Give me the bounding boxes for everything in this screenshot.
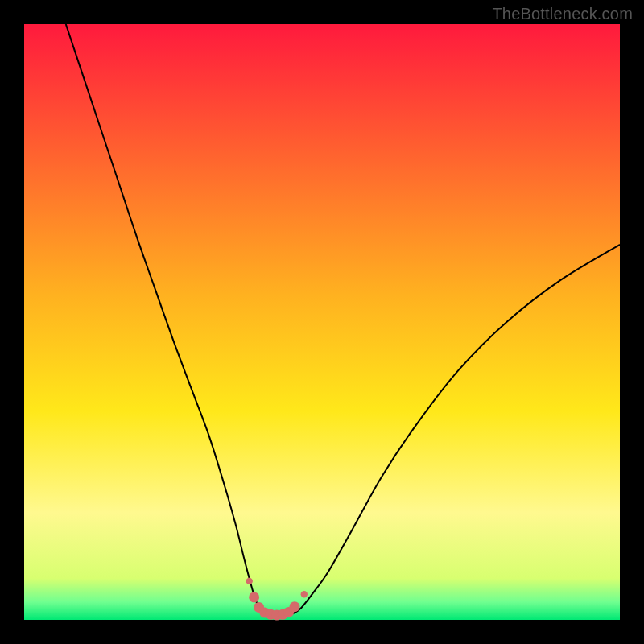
- highlight-marker: [246, 578, 253, 584]
- bottleneck-chart: [0, 0, 644, 644]
- highlight-marker: [289, 601, 299, 612]
- plot-background: [24, 24, 620, 620]
- highlight-marker: [301, 591, 308, 597]
- chart-frame: TheBottleneck.com: [0, 0, 644, 644]
- highlight-marker: [249, 592, 259, 602]
